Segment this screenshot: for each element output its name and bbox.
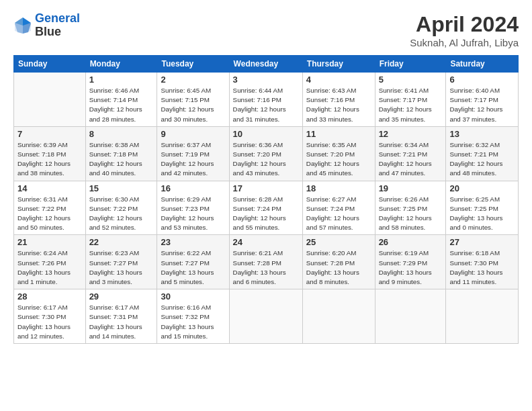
- calendar-week-row: 28Sunrise: 6:17 AMSunset: 7:30 PMDayligh…: [14, 289, 519, 344]
- day-number: 25: [306, 237, 371, 247]
- calendar-cell: [302, 289, 375, 344]
- calendar-week-row: 21Sunrise: 6:24 AMSunset: 7:26 PMDayligh…: [14, 235, 519, 289]
- day-number: 4: [306, 75, 371, 85]
- day-number: 6: [449, 75, 515, 85]
- calendar-cell: 14Sunrise: 6:31 AMSunset: 7:22 PMDayligh…: [14, 181, 86, 235]
- day-number: 5: [379, 75, 443, 85]
- weekday-header: Thursday: [302, 56, 375, 73]
- day-info: Sunrise: 6:32 AMSunset: 7:21 PMDaylight:…: [449, 140, 515, 179]
- day-number: 30: [161, 291, 225, 302]
- calendar-cell: 17Sunrise: 6:28 AMSunset: 7:24 PMDayligh…: [229, 181, 302, 235]
- calendar-cell: 2Sunrise: 6:45 AMSunset: 7:15 PMDaylight…: [157, 73, 229, 127]
- day-info: Sunrise: 6:28 AMSunset: 7:24 PMDaylight:…: [233, 195, 299, 233]
- calendar-cell: 23Sunrise: 6:22 AMSunset: 7:27 PMDayligh…: [157, 235, 229, 289]
- calendar-cell: [229, 289, 302, 344]
- weekday-header: Wednesday: [229, 56, 302, 73]
- day-info: Sunrise: 6:19 AMSunset: 7:29 PMDaylight:…: [379, 248, 443, 287]
- day-number: 21: [17, 237, 82, 247]
- day-number: 15: [89, 183, 154, 193]
- calendar-cell: 4Sunrise: 6:43 AMSunset: 7:16 PMDaylight…: [302, 73, 375, 127]
- day-info: Sunrise: 6:16 AMSunset: 7:32 PMDaylight:…: [161, 303, 225, 341]
- day-number: 14: [17, 183, 82, 193]
- day-info: Sunrise: 6:31 AMSunset: 7:22 PMDaylight:…: [17, 195, 82, 233]
- calendar-cell: 9Sunrise: 6:37 AMSunset: 7:19 PMDaylight…: [157, 126, 229, 181]
- day-number: 10: [233, 129, 299, 139]
- day-number: 2: [161, 75, 225, 85]
- calendar-cell: 11Sunrise: 6:35 AMSunset: 7:20 PMDayligh…: [302, 126, 375, 181]
- calendar-cell: 10Sunrise: 6:36 AMSunset: 7:20 PMDayligh…: [229, 126, 302, 181]
- day-info: Sunrise: 6:29 AMSunset: 7:23 PMDaylight:…: [161, 195, 225, 233]
- day-number: 9: [161, 129, 225, 139]
- calendar-cell: 28Sunrise: 6:17 AMSunset: 7:30 PMDayligh…: [14, 289, 86, 344]
- day-info: Sunrise: 6:22 AMSunset: 7:27 PMDaylight:…: [161, 248, 225, 287]
- calendar-week-row: 1Sunrise: 6:46 AMSunset: 7:14 PMDaylight…: [14, 73, 519, 127]
- weekday-header: Monday: [85, 56, 157, 73]
- month-year: April 2024: [410, 12, 519, 37]
- calendar-cell: 8Sunrise: 6:38 AMSunset: 7:18 PMDaylight…: [85, 126, 157, 181]
- day-info: Sunrise: 6:21 AMSunset: 7:28 PMDaylight:…: [233, 248, 299, 287]
- calendar-cell: 16Sunrise: 6:29 AMSunset: 7:23 PMDayligh…: [157, 181, 229, 235]
- calendar-cell: 25Sunrise: 6:20 AMSunset: 7:28 PMDayligh…: [302, 235, 375, 289]
- day-number: 13: [449, 129, 515, 139]
- day-number: 17: [233, 183, 299, 193]
- day-number: 18: [306, 183, 371, 193]
- title-block: April 2024 Suknah, Al Jufrah, Libya: [410, 12, 519, 48]
- calendar-cell: 6Sunrise: 6:40 AMSunset: 7:17 PMDaylight…: [446, 73, 519, 127]
- day-info: Sunrise: 6:18 AMSunset: 7:30 PMDaylight:…: [449, 248, 515, 287]
- day-number: 8: [89, 129, 154, 139]
- day-number: 12: [379, 129, 443, 139]
- calendar-cell: 20Sunrise: 6:25 AMSunset: 7:25 PMDayligh…: [446, 181, 519, 235]
- day-number: 29: [89, 291, 154, 302]
- day-number: 26: [379, 237, 443, 247]
- day-info: Sunrise: 6:46 AMSunset: 7:14 PMDaylight:…: [89, 86, 154, 124]
- calendar-cell: 27Sunrise: 6:18 AMSunset: 7:30 PMDayligh…: [446, 235, 519, 289]
- calendar-cell: 1Sunrise: 6:46 AMSunset: 7:14 PMDaylight…: [85, 73, 157, 127]
- day-info: Sunrise: 6:45 AMSunset: 7:15 PMDaylight:…: [161, 86, 225, 124]
- calendar-cell: 21Sunrise: 6:24 AMSunset: 7:26 PMDayligh…: [14, 235, 86, 289]
- calendar-cell: 29Sunrise: 6:17 AMSunset: 7:31 PMDayligh…: [85, 289, 157, 344]
- day-info: Sunrise: 6:35 AMSunset: 7:20 PMDaylight:…: [306, 140, 371, 179]
- calendar-cell: 15Sunrise: 6:30 AMSunset: 7:22 PMDayligh…: [85, 181, 157, 235]
- day-info: Sunrise: 6:25 AMSunset: 7:25 PMDaylight:…: [449, 195, 515, 233]
- weekday-header: Sunday: [14, 56, 86, 73]
- day-number: 16: [161, 183, 225, 193]
- calendar-cell: 19Sunrise: 6:26 AMSunset: 7:25 PMDayligh…: [375, 181, 446, 235]
- day-info: Sunrise: 6:23 AMSunset: 7:27 PMDaylight:…: [89, 248, 154, 287]
- calendar-week-row: 7Sunrise: 6:39 AMSunset: 7:18 PMDaylight…: [14, 126, 519, 181]
- day-number: 19: [379, 183, 443, 193]
- day-info: Sunrise: 6:17 AMSunset: 7:30 PMDaylight:…: [17, 303, 82, 341]
- location: Suknah, Al Jufrah, Libya: [410, 37, 519, 48]
- calendar-cell: 12Sunrise: 6:34 AMSunset: 7:21 PMDayligh…: [375, 126, 446, 181]
- calendar-cell: [375, 289, 446, 344]
- day-info: Sunrise: 6:39 AMSunset: 7:18 PMDaylight:…: [17, 140, 82, 179]
- day-number: 3: [233, 75, 299, 85]
- calendar-cell: [446, 289, 519, 344]
- calendar-cell: 18Sunrise: 6:27 AMSunset: 7:24 PMDayligh…: [302, 181, 375, 235]
- calendar-cell: 30Sunrise: 6:16 AMSunset: 7:32 PMDayligh…: [157, 289, 229, 344]
- logo: General Blue: [13, 12, 80, 39]
- weekday-header: Saturday: [446, 56, 519, 73]
- day-info: Sunrise: 6:17 AMSunset: 7:31 PMDaylight:…: [89, 303, 154, 341]
- day-info: Sunrise: 6:40 AMSunset: 7:17 PMDaylight:…: [449, 86, 515, 124]
- calendar-cell: 26Sunrise: 6:19 AMSunset: 7:29 PMDayligh…: [375, 235, 446, 289]
- weekday-header-row: SundayMondayTuesdayWednesdayThursdayFrid…: [14, 56, 519, 73]
- day-number: 11: [306, 129, 371, 139]
- header: General Blue April 2024 Suknah, Al Jufra…: [13, 12, 519, 48]
- day-info: Sunrise: 6:27 AMSunset: 7:24 PMDaylight:…: [306, 195, 371, 233]
- calendar-table: SundayMondayTuesdayWednesdayThursdayFrid…: [13, 55, 519, 344]
- day-number: 27: [449, 237, 515, 247]
- calendar-cell: 22Sunrise: 6:23 AMSunset: 7:27 PMDayligh…: [85, 235, 157, 289]
- day-info: Sunrise: 6:30 AMSunset: 7:22 PMDaylight:…: [89, 195, 154, 233]
- day-number: 23: [161, 237, 225, 247]
- day-info: Sunrise: 6:37 AMSunset: 7:19 PMDaylight:…: [161, 140, 225, 179]
- calendar-cell: [14, 73, 86, 127]
- day-info: Sunrise: 6:34 AMSunset: 7:21 PMDaylight:…: [379, 140, 443, 179]
- logo-icon: [13, 16, 32, 35]
- day-info: Sunrise: 6:43 AMSunset: 7:16 PMDaylight:…: [306, 86, 371, 124]
- logo-text: General Blue: [35, 12, 80, 39]
- day-number: 28: [17, 291, 82, 302]
- day-info: Sunrise: 6:38 AMSunset: 7:18 PMDaylight:…: [89, 140, 154, 179]
- calendar-cell: 7Sunrise: 6:39 AMSunset: 7:18 PMDaylight…: [14, 126, 86, 181]
- day-number: 24: [233, 237, 299, 247]
- day-info: Sunrise: 6:20 AMSunset: 7:28 PMDaylight:…: [306, 248, 371, 287]
